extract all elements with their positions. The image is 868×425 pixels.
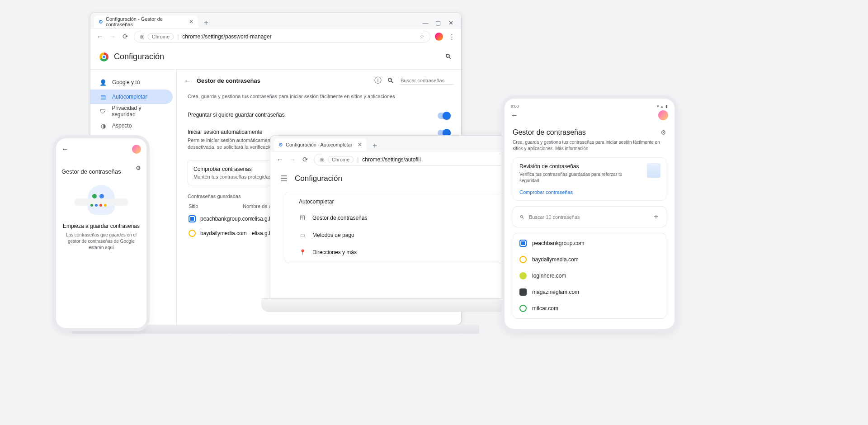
- profile-avatar[interactable]: [435, 33, 443, 41]
- search-icon: 🔍︎: [387, 77, 394, 85]
- profile-avatar[interactable]: [132, 145, 141, 154]
- autofill-item-passwords[interactable]: ⚿Gestor de contraseñas: [285, 209, 509, 227]
- close-tab-icon[interactable]: ✕: [189, 19, 193, 25]
- search-icon: 🔍︎: [519, 214, 524, 220]
- password-manager-title: Gestor de contraseñas: [61, 168, 121, 175]
- password-search-bar[interactable]: 🔍︎ Buscar 10 contraseñas ＋: [513, 206, 666, 227]
- subtitle: Crea, guarda y gestiona tus contraseñas …: [511, 139, 668, 152]
- menu-icon[interactable]: ☰: [280, 174, 288, 184]
- favicon: [519, 240, 527, 247]
- nav-back-icon[interactable]: ←: [276, 156, 284, 163]
- window-controls: — ▢ ✕: [419, 19, 458, 28]
- person-icon: 👤: [99, 79, 107, 86]
- add-password-icon[interactable]: ＋: [652, 212, 660, 222]
- gear-icon[interactable]: ⚙: [136, 165, 141, 171]
- new-tab-button[interactable]: ＋: [369, 140, 380, 151]
- password-manager-title: Gestor de contraseñas: [197, 77, 260, 84]
- help-icon[interactable]: ⓘ: [374, 76, 382, 85]
- password-list: peachbankgroup.com baydailymedia.com log…: [513, 233, 666, 319]
- card-label: Autocompletar: [285, 194, 509, 209]
- settings-heading: Configuración: [295, 174, 342, 183]
- password-manager-desc: Crea, guarda y gestiona tus contraseñas …: [188, 94, 454, 99]
- browser-toolbar: ← → ⟳ ◎ Chrome | chrome://settings/autof…: [270, 151, 524, 167]
- autofill-item-payments[interactable]: ▭Métodos de pago: [285, 227, 509, 244]
- url-text: chrome://settings/autofill: [362, 156, 420, 163]
- maximize-icon[interactable]: ▢: [435, 19, 441, 26]
- sidebar-item-google[interactable]: 👤Google y tú: [90, 75, 173, 90]
- status-bar: 8:00 ▾ ▴ ▮: [511, 104, 668, 109]
- nav-forward-icon[interactable]: →: [108, 33, 117, 40]
- card-icon: ▭: [299, 232, 306, 238]
- check-passwords-link[interactable]: Comprobar contraseñas: [519, 189, 660, 195]
- reload-icon[interactable]: ⟳: [301, 156, 309, 164]
- status-time: 8:00: [511, 104, 519, 109]
- gear-icon: ⚙: [278, 142, 283, 148]
- close-tab-icon[interactable]: ✕: [358, 142, 362, 148]
- chrome-logo-icon: [99, 52, 108, 61]
- kebab-menu-icon[interactable]: ⋮: [448, 33, 456, 41]
- password-search-input[interactable]: [400, 77, 454, 85]
- password-manager-title: Gestor de contraseñas ⚙: [513, 128, 666, 137]
- favicon: [519, 256, 527, 263]
- titlebar: ⚙ Configuración · Autocompletar ✕ ＋: [270, 136, 524, 151]
- browser-tab[interactable]: ⚙ Configuración · Autocompletar ✕: [274, 138, 367, 151]
- omnibox[interactable]: ◎ Chrome | chrome://settings/autofill: [314, 154, 518, 165]
- tablet-device: 8:00 ▾ ▴ ▮ ← Gestor de contraseñas ⚙ Cre…: [505, 99, 675, 329]
- toggle-offer-save[interactable]: [438, 113, 450, 119]
- shield-icon: 🛡: [99, 108, 106, 115]
- profile-avatar[interactable]: [658, 110, 668, 120]
- omnibox[interactable]: ◎ Chrome | chrome://settings/password-ma…: [134, 31, 430, 42]
- list-item[interactable]: magazineglam.com: [513, 284, 666, 300]
- browser-tab[interactable]: ⚙ Configuración - Gestor de contraseñas …: [94, 15, 198, 28]
- list-item[interactable]: peachbankgroup.com: [513, 235, 666, 251]
- palette-icon: ◑: [99, 123, 107, 129]
- titlebar: ⚙ Configuración - Gestor de contraseñas …: [90, 13, 461, 28]
- autofill-icon: ▤: [99, 94, 107, 100]
- laptop-base: [261, 298, 533, 312]
- card-subtitle: Verifica tus contraseñas guardadas para …: [519, 171, 628, 184]
- back-icon[interactable]: ←: [184, 77, 191, 85]
- status-icons: ▾ ▴ ▮: [657, 104, 668, 109]
- list-item[interactable]: mtlcar.com: [513, 300, 666, 316]
- sidebar-item-appearance[interactable]: ◑Aspecto: [90, 118, 173, 133]
- url-text: chrome://settings/password-manager: [182, 33, 271, 40]
- list-item[interactable]: loginhere.com: [513, 268, 666, 284]
- back-icon[interactable]: ←: [511, 111, 518, 119]
- tab-title: Configuración - Gestor de contraseñas: [106, 16, 184, 27]
- reload-icon[interactable]: ⟳: [121, 33, 129, 41]
- bookmark-star-icon[interactable]: ☆: [420, 33, 425, 40]
- favicon: [519, 272, 527, 279]
- sidebar-item-autofill[interactable]: ▤Autocompletar: [90, 90, 173, 104]
- back-icon[interactable]: ←: [61, 145, 69, 153]
- checklist-icon: [647, 163, 660, 178]
- gear-icon[interactable]: ⚙: [660, 129, 666, 136]
- settings-header: Configuración 🔍︎: [90, 44, 461, 70]
- key-icon: ⚿: [299, 215, 306, 221]
- nav-forward-icon[interactable]: →: [288, 156, 297, 163]
- minimize-icon[interactable]: —: [422, 19, 429, 26]
- password-checkup-card: Revisión de contraseñas Verifica tus con…: [513, 157, 666, 201]
- site-lock-icon: ◎: [320, 156, 324, 163]
- empty-subtitle: Las contraseñas que guardes en el gestor…: [61, 232, 141, 251]
- search-icon[interactable]: 🔍︎: [445, 53, 452, 61]
- autofill-item-addresses[interactable]: 📍Direcciones y más: [285, 244, 509, 261]
- empty-illustration: [74, 185, 128, 217]
- phone-device: ← Gestor de contraseñas ⚙ Empieza a guar…: [56, 138, 146, 328]
- option-offer-save[interactable]: Preguntar si quiero guardar contraseñas: [184, 107, 454, 124]
- new-tab-button[interactable]: ＋: [201, 17, 212, 28]
- favicon: [519, 288, 527, 296]
- search-placeholder: Buscar 10 contraseñas: [529, 214, 580, 220]
- list-item[interactable]: baydailymedia.com: [513, 251, 666, 268]
- sidebar-item-privacy[interactable]: 🛡Privacidad y seguridad: [90, 104, 173, 118]
- tab-title: Configuración · Autocompletar: [286, 142, 352, 147]
- laptop-device: ⚙ Configuración · Autocompletar ✕ ＋ ← → …: [270, 136, 524, 321]
- favicon: [519, 305, 527, 312]
- favicon: [189, 230, 196, 237]
- autofill-card: Autocompletar ⚿Gestor de contraseñas ▭Mé…: [285, 192, 509, 263]
- browser-toolbar: ← → ⟳ ◎ Chrome | chrome://settings/passw…: [90, 28, 461, 44]
- close-window-icon[interactable]: ✕: [448, 19, 454, 26]
- nav-back-icon[interactable]: ←: [96, 33, 104, 40]
- toggle-auto-signin[interactable]: [438, 130, 450, 136]
- empty-title: Empieza a guardar contraseñas: [61, 223, 141, 229]
- location-icon: 📍: [299, 249, 306, 255]
